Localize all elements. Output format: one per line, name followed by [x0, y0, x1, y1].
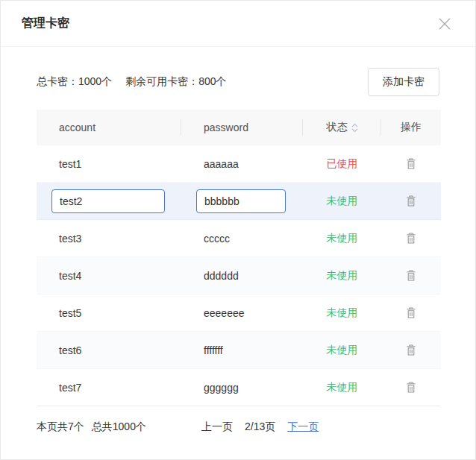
trash-icon	[405, 381, 417, 394]
password-input[interactable]	[196, 189, 286, 213]
status-badge: 已使用	[303, 157, 381, 171]
close-icon[interactable]	[435, 14, 454, 34]
add-card-button[interactable]: 添加卡密	[368, 68, 439, 96]
status-badge: 未使用	[303, 381, 381, 394]
cell-account: test4	[37, 270, 181, 282]
table-row-editing: 未使用	[37, 183, 441, 220]
delete-button[interactable]	[402, 305, 420, 321]
cell-password: dddddd	[181, 270, 303, 282]
modal-body: 总卡密：1000个 剩余可用卡密：800个 添加卡密 account passw…	[1, 47, 475, 459]
modal-header: 管理卡密	[1, 1, 475, 47]
trash-icon	[405, 306, 417, 319]
trash-icon	[405, 232, 417, 245]
sort-carets-icon[interactable]	[351, 123, 358, 133]
table-row: test5 eeeeeee 未使用	[37, 294, 441, 332]
sort-caret-down-icon	[351, 128, 358, 133]
table-header-row: account password 状态 操作	[37, 110, 441, 145]
current-page-indicator: 2/13页	[245, 420, 275, 434]
delete-button[interactable]	[402, 342, 420, 358]
cell-account: test1	[37, 158, 181, 170]
prev-page-button[interactable]: 上一页	[201, 420, 233, 434]
table-body: test1 aaaaaa 已使用	[37, 145, 441, 406]
close-x-glyph	[438, 17, 451, 31]
total-count-label: 总共1000个	[92, 420, 146, 434]
cell-password: eeeeeee	[181, 307, 303, 319]
status-badge: 未使用	[303, 232, 381, 245]
cell-account: test7	[37, 382, 181, 394]
delete-button[interactable]	[402, 193, 420, 209]
total-cards-label: 总卡密：1000个	[37, 75, 112, 89]
cell-password: aaaaaa	[181, 158, 303, 170]
table-row: test1 aaaaaa 已使用	[37, 145, 441, 183]
status-badge: 未使用	[303, 269, 381, 283]
modal-title: 管理卡密	[22, 16, 69, 31]
stats-text: 总卡密：1000个 剩余可用卡密：800个	[37, 75, 227, 89]
header-status[interactable]: 状态	[303, 110, 381, 145]
trash-icon	[405, 157, 417, 170]
account-input[interactable]	[51, 189, 165, 213]
trash-icon	[405, 344, 417, 356]
page-counts: 本页共7个 总共1000个	[37, 420, 146, 434]
trash-icon	[405, 195, 417, 207]
cell-password: fffffff	[181, 344, 303, 356]
stats-row: 总卡密：1000个 剩余可用卡密：800个 添加卡密	[37, 68, 439, 96]
delete-button[interactable]	[402, 230, 420, 246]
table-row: test3 ccccc 未使用	[37, 220, 441, 257]
cell-password: gggggg	[181, 382, 303, 394]
status-badge: 未使用	[303, 344, 381, 357]
trash-icon	[405, 269, 417, 282]
header-action: 操作	[381, 121, 441, 134]
delete-button[interactable]	[402, 156, 420, 171]
header-account: account	[37, 122, 181, 133]
page-count-label: 本页共7个	[37, 420, 84, 434]
delete-button[interactable]	[402, 268, 420, 283]
pagination-bar: 本页共7个 总共1000个 上一页 2/13页 下一页	[37, 420, 439, 434]
header-status-label: 状态	[327, 121, 348, 134]
cell-account: test6	[37, 344, 181, 356]
cards-table: account password 状态 操作	[37, 110, 441, 406]
status-badge: 未使用	[303, 306, 381, 320]
status-badge: 未使用	[303, 195, 381, 208]
sort-caret-up-icon	[351, 123, 358, 127]
cell-account: test5	[37, 307, 181, 319]
table-row: test7 gggggg 未使用	[37, 369, 441, 406]
cell-password: ccccc	[181, 233, 303, 245]
header-password: password	[181, 122, 303, 133]
remaining-cards-label: 剩余可用卡密：800个	[125, 75, 226, 89]
cell-account: test3	[37, 233, 181, 245]
table-row: test4 dddddd 未使用	[37, 257, 441, 294]
table-row: test6 fffffff 未使用	[37, 332, 441, 369]
manage-cards-modal: 管理卡密 总卡密：1000个 剩余可用卡密：800个 添加卡密 account …	[0, 0, 476, 460]
pager: 上一页 2/13页 下一页	[201, 420, 319, 434]
delete-button[interactable]	[402, 379, 420, 395]
next-page-button[interactable]: 下一页	[287, 420, 319, 434]
